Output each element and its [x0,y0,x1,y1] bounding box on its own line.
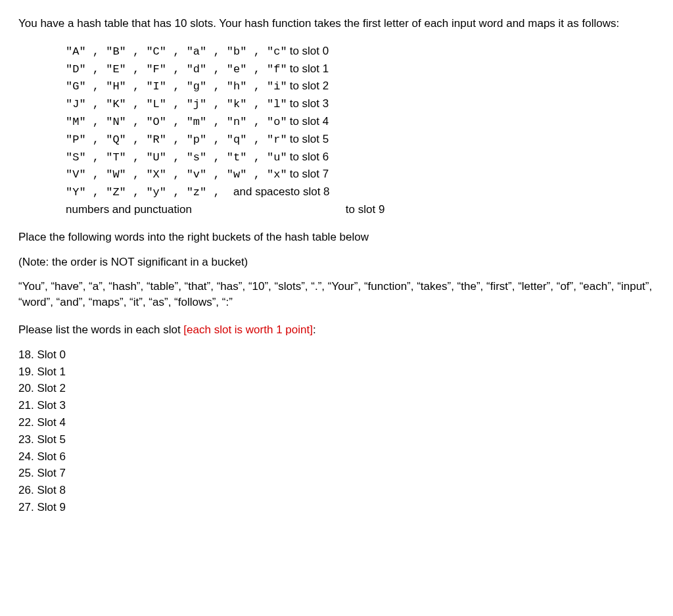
mapping-letters: "P" , "Q" , "R" , "p" , "q" , "r" [66,132,287,148]
place-instruction: Place the following words into the right… [18,229,655,245]
mapping-row: "D" , "E" , "F" , "d" , "e" , "f" to slo… [66,61,655,78]
slot-row: 22. Slot 4 [18,415,655,431]
mapping-target: to slot 1 [290,61,329,77]
slot-row: 23. Slot 5 [18,432,655,448]
slot-number: 25. [18,465,34,481]
mapping-row-yz: "Y" , "Z" , "y" , "z" , and spaces to sl… [66,184,655,201]
mapping-letters: "S" , "T" , "U" , "s" , "t" , "u" [66,150,287,166]
slot-row: 18. Slot 0 [18,347,655,363]
slot-number: 20. [18,381,34,396]
slot-number: 21. [18,398,34,414]
please-prefix: Please list the words in each slot [18,323,183,336]
mapping-target: to slot 7 [290,166,329,182]
slot-label: Slot 3 [37,399,65,412]
mapping-letters: "J" , "K" , "L" , "j" , "k" , "l" [66,97,287,112]
slot-list: 18. Slot 0 19. Slot 1 20. Slot 2 21. Slo… [18,347,655,515]
slot-number: 24. [18,449,34,465]
slot-label: Slot 7 [37,467,65,479]
slot-number: 18. [18,347,34,363]
mapping-target: to slot 4 [290,114,329,130]
please-suffix: : [313,323,316,336]
mapping-row: "S" , "T" , "U" , "s" , "t" , "u" to slo… [66,149,655,166]
slot-row: 26. Slot 8 [18,483,655,498]
mapping-target: to slot 3 [290,96,329,112]
please-instruction: Please list the words in each slot [each… [18,322,655,338]
mapping-row: "M" , "N" , "O" , "m" , "n" , "o" to slo… [66,114,655,130]
mapping-block: "A" , "B" , "C" , "a" , "b" , "c" to slo… [66,43,655,218]
mapping-letters: "Y" , "Z" , "y" , "z" , [66,185,233,201]
note-text: (Note: the order is NOT significant in a… [18,254,655,270]
mapping-target: to slot 2 [290,78,329,94]
mapping-letters: "D" , "E" , "F" , "d" , "e" , "f" [66,62,287,78]
slot-number: 19. [18,364,34,380]
slot-number: 27. [18,500,34,515]
mapping-target: to slot 0 [290,43,329,59]
mapping-letters: "G" , "H" , "I" , "g" , "h" , "i" [66,79,287,95]
mapping-row: "V" , "W" , "X" , "v" , "w" , "x" to slo… [66,166,655,183]
slot-row: 24. Slot 6 [18,449,655,465]
please-highlight: [each slot is worth 1 point] [183,323,313,336]
mapping-letters: "M" , "N" , "O" , "m" , "n" , "o" [66,114,287,130]
slot-label: Slot 2 [37,382,65,394]
slot-number: 23. [18,432,34,448]
mapping-target: to slot 8 [290,184,330,200]
slot-number: 22. [18,415,34,431]
mapping-extra: and spaces [233,184,290,200]
slot-row: 21. Slot 3 [18,398,655,414]
slot-label: Slot 6 [37,450,65,463]
mapping-letters: "A" , "B" , "C" , "a" , "b" , "c" [66,44,287,60]
slot-number: 26. [18,483,34,498]
mapping-target: to slot 9 [346,202,385,218]
slot-row: 27. Slot 9 [18,500,655,515]
mapping-target: to slot 5 [290,131,329,147]
slot-row: 19. Slot 1 [18,364,655,380]
mapping-row-numbers: numbers and punctuation to slot 9 [66,202,655,218]
slot-label: Slot 0 [37,348,65,361]
mapping-target: to slot 6 [290,149,329,165]
mapping-row: "A" , "B" , "C" , "a" , "b" , "c" to slo… [66,43,655,60]
intro-text: You have a hash table that has 10 slots.… [18,16,655,32]
mapping-row: "G" , "H" , "I" , "g" , "h" , "i" to slo… [66,78,655,95]
slot-label: Slot 9 [37,501,65,513]
slot-label: Slot 4 [37,416,65,429]
slot-label: Slot 8 [37,484,65,496]
mapping-letters: "V" , "W" , "X" , "v" , "w" , "x" [66,167,287,183]
mapping-numbers-text: numbers and punctuation [66,202,192,218]
slot-label: Slot 5 [37,433,65,446]
mapping-row: "J" , "K" , "L" , "j" , "k" , "l" to slo… [66,96,655,112]
mapping-row: "P" , "Q" , "R" , "p" , "q" , "r" to slo… [66,131,655,148]
slot-row: 25. Slot 7 [18,465,655,481]
slot-label: Slot 1 [37,366,65,378]
words-list: “You”, “have”, “a”, “hash”, “table”, “th… [18,279,655,310]
slot-row: 20. Slot 2 [18,381,655,396]
